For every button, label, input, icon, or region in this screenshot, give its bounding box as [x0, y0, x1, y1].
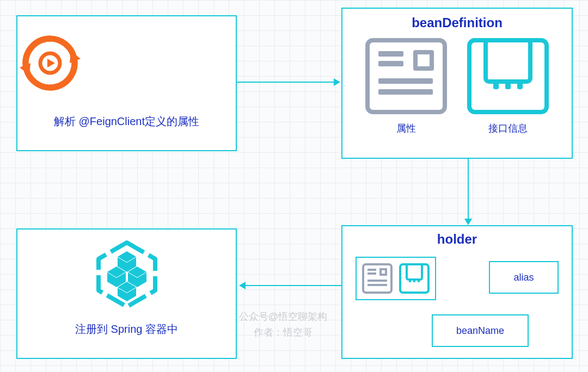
beanname-label: beanName — [456, 325, 504, 337]
box1-caption: 解析 @FeignClient定义的属性 — [17, 114, 236, 129]
box-beandefinition: beanDefinition 属性 接口信息 — [341, 8, 573, 159]
cube-cluster-icon — [91, 239, 162, 310]
beandefinition-title: beanDefinition — [342, 15, 572, 30]
interface-info-label: 接口信息 — [467, 122, 549, 135]
alias-label: alias — [513, 272, 534, 283]
svg-marker-3 — [47, 59, 55, 67]
mini-properties-icon — [362, 263, 393, 294]
mini-beandefinition — [356, 257, 436, 300]
mini-interface-icon — [399, 263, 430, 294]
refresh-play-icon — [17, 30, 83, 96]
holder-title: holder — [342, 232, 572, 247]
beanname-box: beanName — [432, 314, 529, 347]
box-holder: holder alias beanName — [341, 225, 573, 359]
watermark-line1: 公众号@悟空聊架构 — [223, 309, 343, 325]
interface-info-icon — [467, 38, 549, 114]
watermark: 公众号@悟空聊架构 作者：悟空哥 — [223, 309, 343, 340]
properties-icon — [365, 38, 447, 114]
box4-caption: 注册到 Spring 容器中 — [17, 322, 236, 337]
watermark-line2: 作者：悟空哥 — [223, 325, 343, 340]
arrow-down — [468, 159, 469, 220]
arrow-right-1 — [237, 82, 335, 83]
properties-label: 属性 — [365, 122, 447, 135]
box-register-spring: 注册到 Spring 容器中 — [16, 228, 237, 359]
box-parse-feignclient: 解析 @FeignClient定义的属性 — [16, 15, 237, 151]
arrow-left — [244, 285, 341, 286]
alias-box: alias — [489, 261, 559, 294]
